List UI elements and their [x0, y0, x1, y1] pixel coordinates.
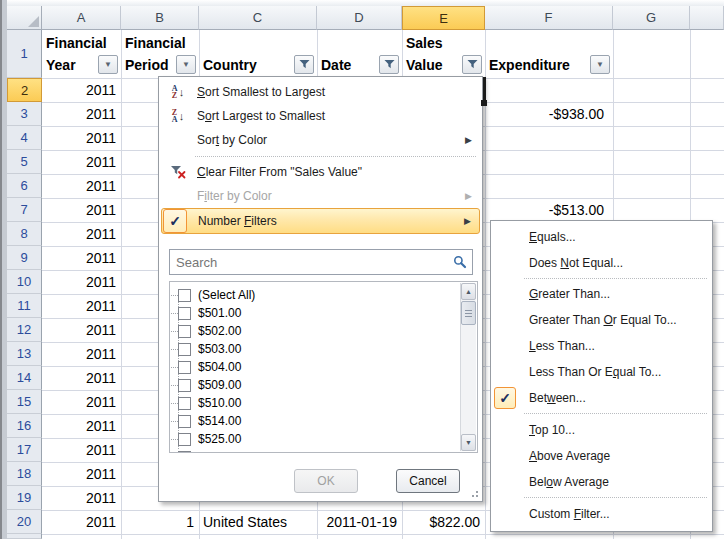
search-icon[interactable] — [453, 255, 472, 269]
scroll-up-button[interactable]: ▲ — [461, 283, 476, 300]
cell-c20[interactable]: United States — [199, 510, 317, 534]
submenu-item-top-10[interactable]: Top 10... — [493, 417, 710, 443]
list-item-value[interactable]: $503.00 — [171, 340, 241, 358]
row-header-2[interactable]: 2 — [7, 78, 42, 102]
list-item-select-all[interactable]: (Select All) — [171, 286, 255, 304]
row-header-14[interactable]: 14 — [7, 366, 42, 390]
submenu-item-greater-than[interactable]: Greater Than... — [493, 281, 710, 307]
row-header-19[interactable]: 19 — [7, 486, 42, 510]
row-header-9[interactable]: 9 — [7, 246, 42, 270]
row-header-4[interactable]: 4 — [7, 126, 42, 150]
column-header-B[interactable]: B — [121, 6, 199, 30]
row-header-20[interactable]: 20 — [7, 510, 42, 534]
menu-item-sort-smallest-to-largest[interactable]: AZ↓Sort Smallest to Largest — [161, 80, 480, 104]
row-header-17[interactable]: 17 — [7, 438, 42, 462]
autofilter-button-period[interactable]: ▼ — [176, 55, 196, 74]
cell-a18[interactable]: 2011 — [42, 462, 121, 486]
checkbox-unchecked[interactable] — [178, 433, 191, 446]
cell-a9[interactable]: 2011 — [42, 246, 121, 270]
cell-a16[interactable]: 2011 — [42, 414, 121, 438]
column-header-G[interactable]: G — [613, 6, 690, 30]
cell-a12[interactable]: 2011 — [42, 318, 121, 342]
cell-f7[interactable]: -$513.00 — [485, 198, 609, 222]
row-header-8[interactable]: 8 — [7, 222, 42, 246]
cancel-button[interactable]: Cancel — [396, 469, 460, 493]
menu-item-clear-filter[interactable]: Clear Filter From "Sales Value" — [161, 160, 480, 184]
cell-f3[interactable]: -$938.00 — [485, 102, 609, 126]
cell-a7[interactable]: 2011 — [42, 198, 121, 222]
submenu-item-above-average[interactable]: Above Average — [493, 443, 710, 469]
scroll-down-button[interactable]: ▼ — [461, 434, 476, 451]
column-header-F[interactable]: F — [485, 6, 613, 30]
list-item-value[interactable]: $509.00 — [171, 376, 241, 394]
cell-a13[interactable]: 2011 — [42, 342, 121, 366]
cell-a2[interactable]: 2011 — [42, 78, 121, 102]
cell-a19[interactable]: 2011 — [42, 486, 121, 510]
submenu-item-between[interactable]: ✓Between... — [493, 385, 710, 411]
cell-a17[interactable]: 2011 — [42, 438, 121, 462]
list-scrollbar[interactable]: ▲ ▼ — [460, 283, 476, 451]
select-all-corner[interactable] — [7, 6, 42, 30]
checkbox-unchecked[interactable] — [178, 325, 191, 338]
submenu-item-below-average[interactable]: Below Average — [493, 469, 710, 495]
row-header-13[interactable]: 13 — [7, 342, 42, 366]
list-item-value[interactable]: $525.00 — [171, 430, 241, 448]
resize-grip-icon[interactable] — [471, 490, 479, 498]
row-header-15[interactable]: 15 — [7, 390, 42, 414]
checkbox-unchecked[interactable] — [178, 343, 191, 356]
checkbox-unchecked[interactable] — [178, 379, 191, 392]
cell-a20[interactable]: 2011 — [42, 510, 121, 534]
cell-a10[interactable]: 2011 — [42, 270, 121, 294]
checkbox-unchecked[interactable] — [178, 397, 191, 410]
checkbox-unchecked[interactable] — [178, 361, 191, 374]
checkbox-unchecked[interactable] — [178, 415, 191, 428]
cell-a11[interactable]: 2011 — [42, 294, 121, 318]
column-header-A[interactable]: A — [42, 6, 121, 30]
autofilter-button-year[interactable]: ▼ — [98, 55, 118, 74]
column-header-E[interactable]: E — [402, 6, 485, 30]
cell-a8[interactable]: 2011 — [42, 222, 121, 246]
list-item-value[interactable]: $510.00 — [171, 394, 241, 412]
autofilter-button-expenditure[interactable]: ▼ — [590, 55, 610, 74]
autofilter-button-country[interactable] — [294, 55, 314, 74]
list-item-value[interactable]: $502.00 — [171, 322, 241, 340]
column-header-D[interactable]: D — [317, 6, 402, 30]
cell-b20[interactable]: 1 — [121, 510, 199, 534]
row-header-12[interactable]: 12 — [7, 318, 42, 342]
list-item-value[interactable]: $501.00 — [171, 304, 241, 322]
menu-item-number-filters[interactable]: ✓Number Filters▶ — [161, 208, 480, 234]
menu-item-sort-by-color[interactable]: Sort by Color▶ — [161, 128, 480, 152]
submenu-item-equals[interactable]: Equals... — [493, 224, 710, 250]
submenu-item-greater-than-or-equal-to[interactable]: Greater Than Or Equal To... — [493, 307, 710, 333]
row-header-10[interactable]: 10 — [7, 270, 42, 294]
cell-a15[interactable]: 2011 — [42, 390, 121, 414]
row-header-1[interactable]: 1 — [7, 30, 42, 78]
cell-a5[interactable]: 2011 — [42, 150, 121, 174]
cell-a4[interactable]: 2011 — [42, 126, 121, 150]
submenu-item-does-not-equal[interactable]: Does Not Equal... — [493, 250, 710, 276]
autofilter-button-date[interactable] — [379, 55, 399, 74]
row-header-7[interactable]: 7 — [7, 198, 42, 222]
list-item-value[interactable]: $514.00 — [171, 412, 241, 430]
submenu-item-less-than[interactable]: Less Than... — [493, 333, 710, 359]
cell-a3[interactable]: 2011 — [42, 102, 121, 126]
row-header-3[interactable]: 3 — [7, 102, 42, 126]
fill-handle[interactable] — [481, 100, 487, 106]
scrollbar-thumb[interactable] — [461, 301, 476, 325]
list-item-value[interactable]: $504.00 — [171, 358, 241, 376]
cell-a6[interactable]: 2011 — [42, 174, 121, 198]
row-header-18[interactable]: 18 — [7, 462, 42, 486]
checkbox-unchecked[interactable] — [178, 289, 191, 302]
menu-item-sort-largest-to-smallest[interactable]: ZA↓Sort Largest to Smallest — [161, 104, 480, 128]
submenu-item-less-than-or-equal-to[interactable]: Less Than Or Equal To... — [493, 359, 710, 385]
row-header-6[interactable]: 6 — [7, 174, 42, 198]
row-header-5[interactable]: 5 — [7, 150, 42, 174]
row-header-11[interactable]: 11 — [7, 294, 42, 318]
submenu-item-custom-filter[interactable]: Custom Filter... — [493, 501, 710, 527]
search-input[interactable] — [170, 255, 453, 270]
checkbox-unchecked[interactable] — [178, 307, 191, 320]
cell-a14[interactable]: 2011 — [42, 366, 121, 390]
column-header-C[interactable]: C — [199, 6, 317, 30]
autofilter-button-value[interactable] — [462, 55, 482, 74]
row-header-16[interactable]: 16 — [7, 414, 42, 438]
